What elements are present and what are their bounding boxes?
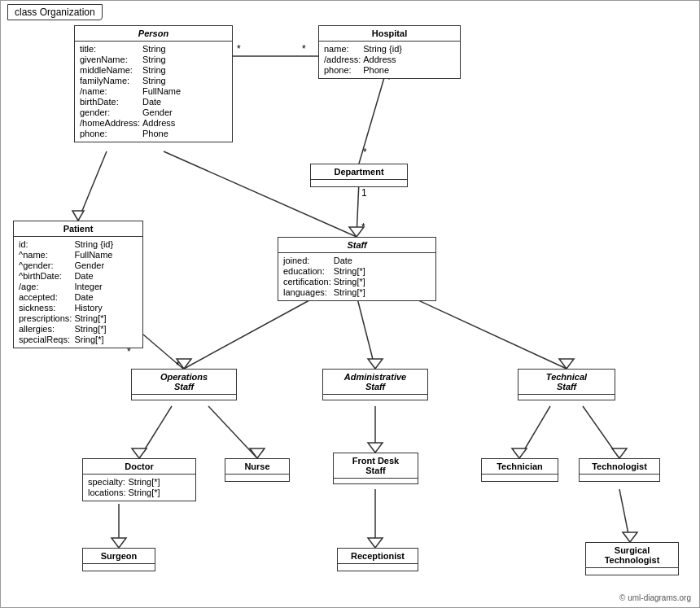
class-department-body: [311, 180, 407, 186]
svg-text:*: *: [302, 43, 306, 55]
svg-text:*: *: [361, 221, 365, 233]
class-ops-staff-title: OperationsStaff: [132, 370, 236, 395]
svg-marker-18: [177, 359, 191, 369]
class-hospital: Hospital name:String {id} /address:Addre…: [318, 25, 461, 79]
class-surgical-technologist: SurgicalTechnologist: [585, 542, 679, 575]
svg-text:*: *: [237, 43, 241, 55]
svg-marker-32: [612, 448, 627, 458]
svg-line-37: [619, 489, 630, 542]
svg-marker-34: [112, 538, 126, 548]
class-technician: Technician: [481, 458, 558, 482]
class-tech-staff-title: TechnicalStaff: [518, 370, 615, 395]
copyright: © uml-diagrams.org: [619, 593, 691, 602]
class-technologist: Technologist: [579, 458, 660, 482]
class-hospital-title: Hospital: [319, 26, 460, 42]
svg-marker-11: [72, 211, 84, 221]
svg-marker-20: [368, 359, 383, 369]
svg-line-29: [519, 406, 550, 458]
svg-marker-22: [559, 359, 574, 369]
class-surgeon-body: [83, 564, 155, 571]
class-doctor-body: specialty:String[*] locations:String[*]: [83, 475, 195, 501]
class-patient-title: Patient: [14, 221, 142, 237]
class-hospital-body: name:String {id} /address:Address phone:…: [319, 42, 460, 78]
svg-line-4: [357, 182, 359, 237]
class-front-desk: Front DeskStaff: [333, 453, 418, 484]
svg-marker-38: [623, 532, 637, 542]
class-admin-staff: AdministrativeStaff: [322, 369, 428, 400]
svg-line-10: [78, 151, 107, 221]
svg-marker-36: [368, 538, 383, 548]
class-receptionist-title: Receptionist: [338, 549, 418, 564]
class-nurse: Nurse: [225, 458, 290, 482]
svg-marker-28: [368, 443, 383, 453]
diagram-container: class Organization * 1 1 * * * * *: [0, 0, 700, 608]
class-department-title: Department: [311, 164, 407, 180]
class-technician-body: [482, 475, 558, 481]
svg-marker-26: [250, 448, 265, 458]
svg-line-19: [357, 295, 375, 369]
class-surgeon-title: Surgeon: [83, 549, 155, 564]
class-surgical-technologist-title: SurgicalTechnologist: [586, 543, 678, 568]
class-receptionist: Receptionist: [337, 548, 418, 571]
class-technologist-title: Technologist: [580, 459, 659, 475]
class-tech-staff: TechnicalStaff: [518, 369, 615, 400]
class-tech-staff-body: [518, 395, 615, 400]
class-surgeon: Surgeon: [82, 548, 155, 571]
class-surgical-technologist-body: [586, 568, 678, 575]
class-nurse-title: Nurse: [225, 459, 289, 475]
class-doctor-title: Doctor: [83, 459, 195, 475]
class-staff-title: Staff: [278, 238, 435, 253]
class-receptionist-body: [338, 564, 418, 571]
class-staff: Staff joined:Date education:String[*] ce…: [278, 237, 436, 301]
svg-marker-24: [132, 448, 147, 458]
class-admin-staff-body: [323, 395, 427, 400]
svg-line-23: [139, 406, 172, 458]
svg-line-31: [583, 406, 619, 458]
svg-text:*: *: [363, 147, 367, 158]
class-technician-title: Technician: [482, 459, 558, 475]
svg-line-25: [208, 406, 257, 458]
class-nurse-body: [225, 475, 289, 481]
class-person: Person title:String givenName:String mid…: [74, 25, 233, 142]
class-front-desk-title: Front DeskStaff: [334, 453, 418, 479]
class-person-body: title:String givenName:String middleName…: [75, 42, 232, 142]
class-department: Department: [310, 164, 408, 187]
class-ops-staff-body: [132, 395, 236, 400]
svg-line-17: [184, 295, 318, 369]
svg-line-21: [408, 295, 567, 369]
diagram-title: class Organization: [7, 4, 103, 20]
class-staff-body: joined:Date education:String[*] certific…: [278, 253, 435, 300]
svg-marker-30: [512, 448, 527, 458]
class-ops-staff: OperationsStaff: [131, 369, 237, 400]
class-patient-body: id:String {id} ^name:FullName ^gender:Ge…: [14, 237, 142, 348]
class-front-desk-body: [334, 479, 418, 483]
svg-text:1: 1: [361, 187, 367, 199]
class-technologist-body: [580, 475, 659, 481]
class-patient: Patient id:String {id} ^name:FullName ^g…: [13, 221, 143, 348]
svg-marker-13: [349, 227, 364, 237]
class-doctor: Doctor specialty:String[*] locations:Str…: [82, 458, 196, 501]
class-person-title: Person: [75, 26, 232, 42]
svg-line-14: [143, 335, 183, 369]
class-admin-staff-title: AdministrativeStaff: [323, 370, 427, 395]
